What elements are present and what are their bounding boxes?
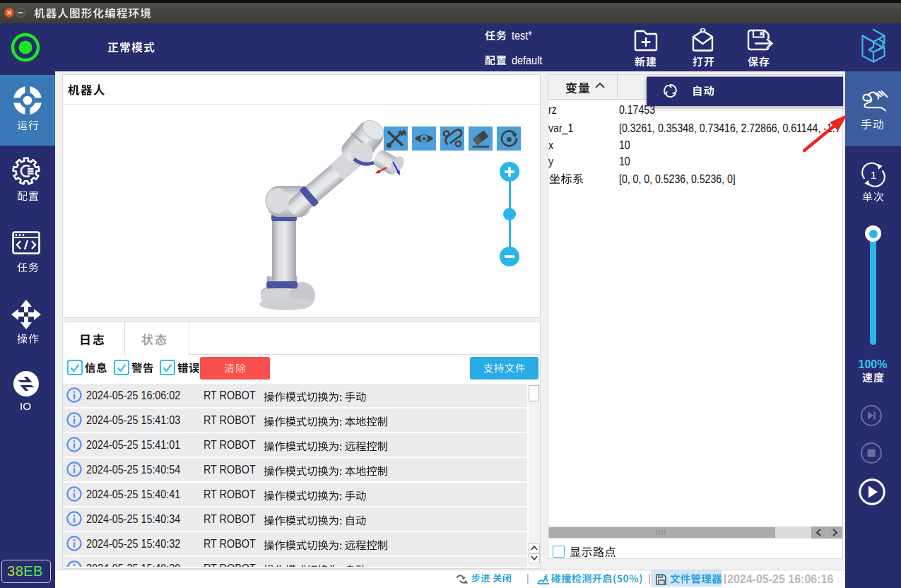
svg-text:1: 1	[871, 169, 877, 181]
